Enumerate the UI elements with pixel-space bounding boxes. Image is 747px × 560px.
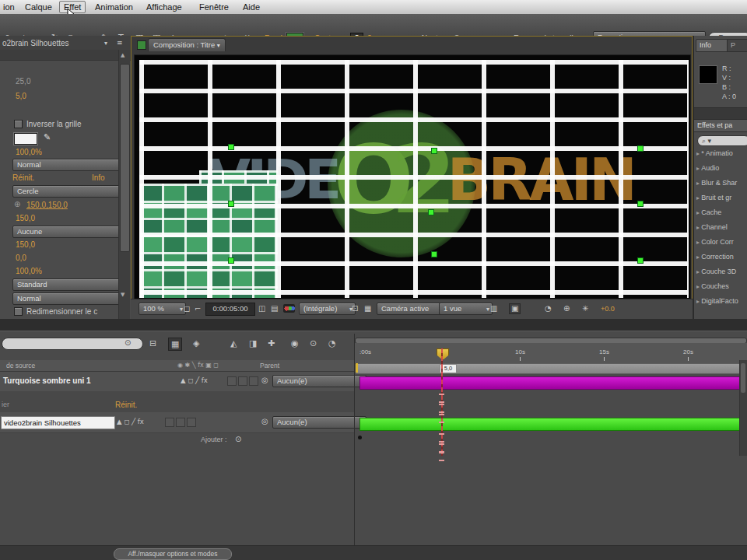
menu-composition-partial[interactable]: ion xyxy=(3,2,15,12)
switch-box[interactable] xyxy=(176,418,185,427)
selection-handle[interactable] xyxy=(637,201,644,207)
circle-center-value[interactable]: 150,0,150,0 xyxy=(26,201,68,209)
timeline-search-icon[interactable]: ⊙ xyxy=(124,339,131,347)
show-snapshot-icon[interactable]: ▤ xyxy=(271,305,278,313)
eyedropper-icon[interactable]: ✎ xyxy=(44,133,51,142)
effect-controls-header[interactable]: o2brain Silhouettes ▾ ≡ xyxy=(0,36,131,51)
zoom-dropdown[interactable]: 100 % xyxy=(139,303,186,315)
view-count-dropdown[interactable]: 1 vue xyxy=(439,303,493,315)
effect-row-reset-link[interactable]: Réinit. xyxy=(115,401,137,409)
menu-animation[interactable]: Animation xyxy=(95,2,133,12)
grid-border-value[interactable]: 5,0 xyxy=(16,93,26,100)
draft-3d-icon[interactable]: ✚ xyxy=(268,339,275,348)
menu-fenetre[interactable]: Fenêtre xyxy=(199,2,229,12)
menu-aide[interactable]: Aide xyxy=(243,2,260,12)
toggle-switches-modes-button[interactable]: Aff./masquer options et modes xyxy=(114,548,232,560)
chevron-down-icon[interactable]: ▾ xyxy=(104,40,107,47)
keyframe-marker[interactable] xyxy=(439,414,444,423)
layer-row-1[interactable]: Turquoise sombre uni 1 ▲ ◻ ╱ fx ◎ Aucun(… xyxy=(0,372,355,392)
scroll-down-icon[interactable]: ▼ xyxy=(121,292,124,298)
scrollbar-thumb[interactable] xyxy=(741,363,745,393)
preset-category[interactable]: Bruit et gr xyxy=(696,194,731,201)
preset-category[interactable]: Color Corr xyxy=(696,238,734,246)
scroll-up-icon[interactable]: ▲ xyxy=(121,53,124,58)
circle-thickness-value[interactable]: 150,0 xyxy=(16,241,35,249)
invert-grid-checkbox[interactable] xyxy=(14,120,23,128)
switch-box[interactable] xyxy=(238,376,247,386)
parent-column-label[interactable]: Parent xyxy=(260,362,279,369)
panel-menu-icon[interactable]: ≡ xyxy=(117,40,123,47)
composition-tab[interactable]: Composition : Titre ▾ xyxy=(148,38,226,51)
timeline-ruler[interactable]: :00s 10s 15s 20s xyxy=(355,343,747,364)
preset-category[interactable]: Blur & Shar xyxy=(696,179,737,187)
selection-handle[interactable] xyxy=(228,201,234,207)
grid-blend-dropdown[interactable]: Normal xyxy=(12,159,125,171)
snapshot-icon[interactable]: ◫ xyxy=(258,305,265,313)
selection-handle[interactable] xyxy=(228,144,234,150)
selection-handle[interactable] xyxy=(431,148,437,154)
panel-divider[interactable] xyxy=(694,107,747,120)
preset-category[interactable]: Couche 3D xyxy=(696,268,736,275)
switch-box[interactable] xyxy=(187,418,196,427)
scrollbar-thumb[interactable] xyxy=(120,64,130,252)
circle-edge-dropdown[interactable]: Aucune xyxy=(12,226,125,238)
preset-category[interactable]: Channel xyxy=(696,223,728,231)
point-target-icon[interactable]: ⊕ xyxy=(14,201,20,208)
layer2-name-edit-field[interactable]: video2brain Silhouettes xyxy=(1,416,115,429)
exposure-value[interactable]: +0.0 xyxy=(601,306,615,313)
switch-box[interactable] xyxy=(227,376,237,386)
exposure-icon[interactable]: ✳ xyxy=(582,305,588,313)
preset-category[interactable]: Audio xyxy=(696,164,719,172)
switch-box[interactable] xyxy=(165,418,174,427)
motion-blur-icon[interactable]: ◨ xyxy=(249,339,257,348)
auto-keyframe-icon[interactable]: ⊙ xyxy=(310,339,317,348)
add-circle-icon[interactable]: ⊙ xyxy=(235,436,241,443)
effect-info-link[interactable]: Info xyxy=(92,174,105,182)
flowchart-button-icon[interactable]: ⊕ xyxy=(563,305,570,313)
tab-effects-presets[interactable]: Effets et pa xyxy=(694,120,747,132)
roi-icon[interactable]: ⊡ xyxy=(352,305,358,313)
pane-divider[interactable] xyxy=(354,334,355,545)
preset-category[interactable]: * Animatio xyxy=(696,149,733,157)
frame-blend-icon[interactable]: ◭ xyxy=(230,339,237,348)
layer1-name[interactable]: Turquoise sombre uni 1 xyxy=(3,377,91,385)
tab-info[interactable]: Info xyxy=(696,39,728,52)
shy-layers-icon[interactable]: ◈ xyxy=(193,339,199,348)
layer2-duration-bar[interactable] xyxy=(359,418,746,431)
selection-handle[interactable] xyxy=(637,145,644,152)
graph-editor-icon[interactable]: ▦ xyxy=(168,338,182,351)
layer-row-2[interactable]: video2brain Silhouettes ▲ ◻ ╱ fx ◎ Aucun… xyxy=(0,412,355,433)
work-area-start-handle[interactable] xyxy=(356,363,358,373)
update-icon[interactable]: ◔ xyxy=(328,339,336,348)
menu-affichage[interactable]: Affichage xyxy=(146,2,182,12)
layer1-duration-bar[interactable] xyxy=(359,376,746,390)
region-of-interest-icon[interactable]: ⌐ xyxy=(195,305,201,313)
pickwhip-icon[interactable]: ◎ xyxy=(261,376,268,384)
presets-search-input[interactable]: ⌕ ▾ xyxy=(697,135,747,146)
menu-calque[interactable]: Calque xyxy=(25,2,52,12)
grid-opacity-value[interactable]: 100,0% xyxy=(16,149,42,156)
show-channels-icon[interactable] xyxy=(283,304,295,313)
timeline-search-input[interactable] xyxy=(2,338,143,350)
grid-size-value[interactable]: 25,0 xyxy=(16,78,30,86)
safe-margins-icon[interactable]: ◻ xyxy=(184,305,190,313)
shape-type-dropdown[interactable]: Cercle xyxy=(12,185,125,198)
selection-handle[interactable] xyxy=(428,209,434,215)
selection-handle[interactable] xyxy=(637,257,644,264)
circle-blend-dropdown[interactable]: Normal xyxy=(12,292,125,305)
comp-flowchart-icon[interactable]: ⊟ xyxy=(149,339,156,348)
panel-grabber-icon[interactable] xyxy=(137,40,146,50)
resolution-dropdown[interactable]: (Intégrale) xyxy=(299,303,356,315)
preset-category[interactable]: DigitalFacto xyxy=(696,297,738,305)
preset-category[interactable]: Cache xyxy=(696,208,721,216)
source-column-label[interactable]: de source xyxy=(6,362,35,369)
grid-color-swatch[interactable] xyxy=(14,133,37,145)
work-area-bar[interactable] xyxy=(356,363,746,374)
circle-feather-value[interactable]: 0,0 xyxy=(16,254,26,262)
selection-handle[interactable] xyxy=(228,257,234,264)
preset-category[interactable]: Couches xyxy=(696,282,729,290)
resize-checkbox[interactable] xyxy=(14,307,23,316)
tab-chevron-icon[interactable]: ▾ xyxy=(217,42,220,49)
brainstorm-icon[interactable]: ◉ xyxy=(291,339,299,348)
preset-category[interactable]: Correction xyxy=(696,253,734,261)
